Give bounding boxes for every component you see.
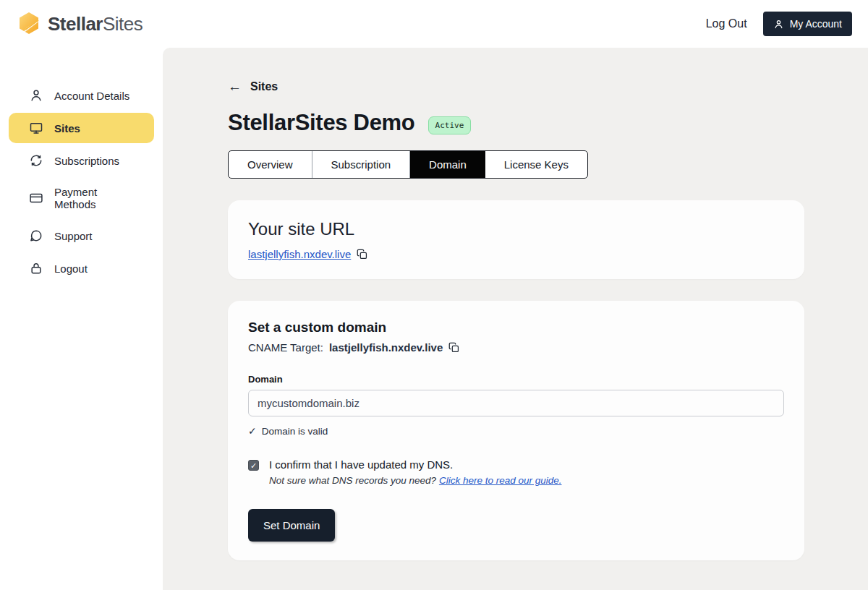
set-domain-button[interactable]: Set Domain bbox=[248, 509, 335, 542]
custom-domain-card: Set a custom domain CNAME Target: lastje… bbox=[228, 301, 804, 560]
person-icon bbox=[29, 88, 43, 103]
sidebar-item-label: Support bbox=[54, 230, 93, 242]
main-content: ← Sites StellarSites Demo Active Overvie… bbox=[163, 48, 868, 590]
copy-url-button[interactable] bbox=[357, 249, 367, 260]
dns-guide-link[interactable]: Click here to read our guide. bbox=[439, 475, 562, 486]
sidebar-item-label: Logout bbox=[54, 262, 88, 275]
cname-target-value: lastjellyfish.nxdev.live bbox=[329, 341, 443, 354]
lock-icon bbox=[29, 261, 43, 275]
app-root: StellarSites Log Out My Account Account … bbox=[0, 0, 868, 590]
status-badge: Active bbox=[428, 116, 472, 134]
sidebar-item-subscriptions[interactable]: Subscriptions bbox=[9, 145, 154, 176]
monitor-icon bbox=[29, 121, 43, 135]
custom-domain-card-title: Set a custom domain bbox=[248, 320, 784, 335]
logout-link[interactable]: Log Out bbox=[706, 17, 747, 30]
site-url-card-title: Your site URL bbox=[248, 219, 784, 239]
sidebar: Account Details Sites Subscriptions bbox=[0, 48, 163, 590]
dns-confirm-label: I confirm that I have updated my DNS. bbox=[269, 458, 561, 471]
cname-target-label: CNAME Target: bbox=[248, 341, 323, 354]
tab-overview[interactable]: Overview bbox=[229, 151, 312, 178]
copy-icon bbox=[357, 249, 367, 260]
sidebar-item-label: Sites bbox=[54, 122, 80, 134]
tab-domain[interactable]: Domain bbox=[410, 151, 485, 178]
page-title: StellarSites Demo bbox=[228, 110, 415, 136]
site-url-link[interactable]: lastjellyfish.nxdev.live bbox=[248, 248, 351, 260]
domain-field-label: Domain bbox=[248, 374, 784, 385]
dns-confirm-checkbox[interactable]: ✓ bbox=[248, 460, 259, 471]
my-account-label: My Account bbox=[790, 18, 842, 30]
sidebar-item-label: Payment Methods bbox=[54, 186, 141, 210]
sidebar-item-support[interactable]: Support bbox=[9, 221, 154, 251]
tab-bar: Overview Subscription Domain License Key… bbox=[228, 150, 588, 179]
tab-license-keys[interactable]: License Keys bbox=[485, 151, 587, 178]
my-account-button[interactable]: My Account bbox=[763, 12, 852, 36]
validation-text: Domain is valid bbox=[262, 426, 328, 437]
brand-name-light: Sites bbox=[103, 13, 142, 35]
brand-name-bold: Stellar bbox=[48, 13, 103, 35]
domain-input[interactable] bbox=[248, 390, 784, 416]
copy-icon bbox=[448, 342, 459, 353]
sidebar-item-logout[interactable]: Logout bbox=[9, 253, 154, 283]
sidebar-item-label: Account Details bbox=[54, 90, 129, 102]
tab-subscription[interactable]: Subscription bbox=[312, 151, 411, 178]
sidebar-item-account-details[interactable]: Account Details bbox=[9, 80, 154, 111]
back-link-label: Sites bbox=[250, 80, 278, 93]
chat-bubble-icon bbox=[29, 228, 43, 243]
brand-logo[interactable]: StellarSites bbox=[16, 11, 142, 37]
dns-note-text: Not sure what DNS records you need? bbox=[269, 475, 436, 486]
sidebar-item-sites[interactable]: Sites bbox=[9, 113, 154, 143]
person-icon bbox=[773, 19, 784, 30]
domain-validation-message: ✓ Domain is valid bbox=[248, 425, 784, 437]
copy-cname-button[interactable] bbox=[448, 342, 459, 353]
back-link[interactable]: ← Sites bbox=[228, 80, 278, 93]
sidebar-item-label: Subscriptions bbox=[54, 155, 119, 167]
stellarsites-logo-icon bbox=[16, 11, 42, 37]
credit-card-icon bbox=[29, 191, 43, 205]
check-icon: ✓ bbox=[248, 425, 257, 437]
refresh-icon bbox=[29, 153, 43, 168]
site-url-card: Your site URL lastjellyfish.nxdev.live bbox=[228, 200, 804, 279]
back-arrow-icon: ← bbox=[228, 80, 242, 93]
sidebar-item-payment-methods[interactable]: Payment Methods bbox=[9, 178, 154, 218]
top-header: StellarSites Log Out My Account bbox=[0, 0, 868, 48]
